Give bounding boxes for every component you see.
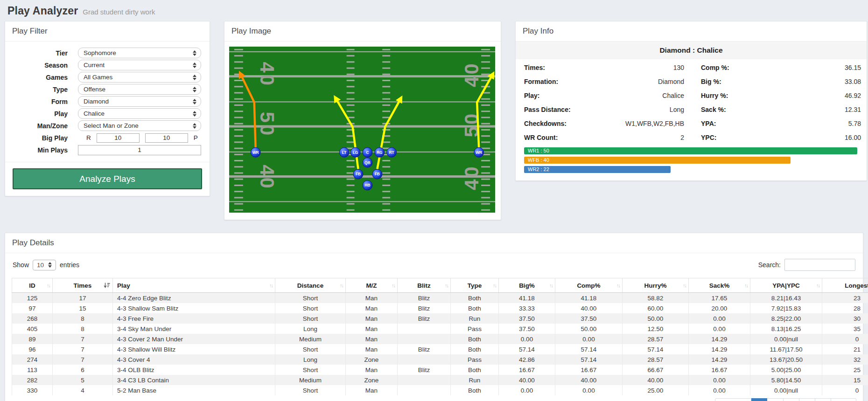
sort-both-icon: ↑↓	[744, 283, 748, 288]
cell-play: 4-3 Cover 4	[113, 354, 275, 365]
cell-m-z: Man	[346, 365, 398, 375]
column-header-type[interactable]: Type↑↓	[451, 278, 499, 293]
sort-both-icon: ↑↓	[392, 283, 395, 288]
page-button-next[interactable]: Next	[831, 398, 856, 401]
cell-sack: 20.00	[689, 303, 750, 313]
cell-times: 17	[53, 293, 113, 304]
stat-label: Times:	[524, 64, 545, 71]
cell-times: 7	[53, 334, 113, 344]
column-header-distance[interactable]: Distance↑↓	[275, 278, 346, 293]
filter-select-tier[interactable]: Sophomore	[78, 48, 201, 58]
player-marker-fb[interactable]: FB	[372, 169, 382, 179]
player-marker-qb[interactable]: QB	[363, 158, 372, 167]
page-button-2[interactable]: 2	[767, 398, 783, 401]
cell-sack: 16.67	[689, 365, 750, 375]
column-header-longest[interactable]: Longest↑↓	[822, 278, 868, 293]
filter-select-type[interactable]: Offense	[78, 84, 201, 95]
cell-type: Both	[451, 293, 499, 304]
player-marker-rg[interactable]: RG	[375, 147, 385, 157]
cell-blitz: Blitz	[398, 365, 451, 375]
player-marker-lt[interactable]: LT	[339, 147, 349, 157]
filter-select-man-zone[interactable]: Select Man or Zone	[78, 120, 201, 131]
column-header-hurry[interactable]: Hurry%↑↓	[623, 278, 689, 293]
table-row: 97154-3 Shallow Sam BlitzShortManBlitzBo…	[12, 303, 868, 313]
cell-comp: 57.14	[555, 344, 623, 354]
column-header-m-z[interactable]: M/Z↑↓	[346, 278, 398, 293]
cell-longest: 23	[822, 293, 868, 304]
filter-select-season[interactable]: Current	[78, 60, 201, 70]
filter-label-play: Play	[13, 110, 68, 118]
cell-blitz	[398, 385, 451, 395]
player-marker-wr[interactable]: WR	[251, 147, 260, 157]
player-marker-c[interactable]: C	[363, 147, 372, 157]
column-header-comp[interactable]: Comp%↑↓	[555, 278, 623, 293]
cell-blitz	[398, 324, 451, 334]
filter-row-season: SeasonCurrent	[13, 60, 201, 70]
player-marker-hb[interactable]: HB	[363, 180, 372, 190]
filter-row-type: TypeOffense	[13, 84, 201, 94]
stat-label: Play:	[524, 92, 539, 99]
column-header-blitz[interactable]: Blitz↑↓	[398, 278, 451, 293]
cell-id: 113	[12, 365, 53, 375]
player-marker-rt[interactable]: RT	[387, 147, 397, 157]
cell-blitz	[398, 375, 451, 385]
column-label: Hurry%	[644, 282, 666, 289]
player-marker-wr[interactable]: WR	[474, 147, 484, 157]
column-header-times[interactable]: Times	[53, 278, 113, 293]
analyze-plays-button[interactable]: Analyze Plays	[13, 168, 202, 189]
yard-number: 40	[461, 165, 483, 190]
column-header-play[interactable]: Play↑↓	[113, 278, 275, 293]
filter-select-play[interactable]: Chalice	[78, 108, 201, 119]
column-header-sack[interactable]: Sack%↑↓	[689, 278, 750, 293]
entries-select[interactable]: 10	[33, 260, 56, 270]
column-header-id[interactable]: ID↑↓	[12, 278, 53, 293]
select-arrows-icon	[193, 111, 196, 117]
min-plays-input[interactable]	[78, 145, 201, 155]
stat-value: 36.15	[845, 64, 861, 71]
svg-text:C: C	[366, 150, 369, 155]
cell-times: 7	[53, 344, 113, 354]
stat-value: Diamond	[658, 78, 684, 85]
page-button-3[interactable]: 3	[784, 398, 799, 401]
cell-play: 3-4 OLB Blitz	[113, 365, 275, 375]
search-input[interactable]	[784, 259, 855, 271]
player-marker-fb[interactable]: FB	[353, 169, 363, 179]
stat-row-ypa: YPA:5.78	[701, 117, 861, 131]
big-play-run-input[interactable]	[97, 133, 140, 143]
column-header-ypa-ypc[interactable]: YPA|YPC↑↓	[750, 278, 822, 293]
cell-type: Both	[451, 344, 499, 354]
cell-type: Both	[451, 303, 499, 313]
select-arrows-icon	[193, 87, 196, 92]
page-button-1[interactable]: 1	[751, 398, 767, 401]
table-controls: Show 10 entries Search:	[5, 253, 863, 278]
cell-big: 40.00	[499, 375, 555, 385]
filter-select-value: Select Man or Zone	[84, 122, 139, 129]
cell-m-z: Man	[346, 324, 398, 334]
cell-longest: 35	[822, 324, 868, 334]
column-label: ID	[29, 282, 35, 289]
stat-label: Checkdowns:	[524, 120, 567, 127]
column-header-big[interactable]: Big%↑↓	[499, 278, 555, 293]
cell-id: 282	[12, 375, 53, 385]
page-button-previous[interactable]: Previous	[715, 398, 752, 401]
cell-ypa-ypc: 0.00|null	[750, 385, 822, 395]
cell-play: 4-4 Zero Edge Blitz	[113, 293, 275, 304]
big-play-pass-input[interactable]	[145, 133, 188, 143]
filter-select-form[interactable]: Diamond	[78, 96, 201, 107]
page-button-4[interactable]: 4	[799, 398, 815, 401]
page-button-5[interactable]: 5	[815, 398, 831, 401]
sort-both-icon: ↑↓	[445, 283, 448, 288]
stat-value: Long	[670, 106, 684, 113]
stat-label: Pass Distance:	[524, 106, 571, 113]
sort-both-icon: ↑↓	[47, 283, 50, 288]
svg-text:FB: FB	[356, 172, 361, 176]
player-marker-lg[interactable]: LG	[350, 147, 360, 157]
play-info-heading: Diamond : Chalice	[516, 41, 867, 59]
stat-label: Formation:	[524, 78, 558, 85]
filter-select-games[interactable]: All Games	[78, 72, 201, 83]
page-header: Play AnalyzerGrad student dirty work	[0, 0, 868, 20]
cell-big: 57.14	[499, 344, 555, 354]
cell-longest: 15	[822, 375, 868, 385]
filter-row-games: GamesAll Games	[13, 72, 201, 82]
play-details-panel-title: Play Details	[5, 233, 863, 253]
